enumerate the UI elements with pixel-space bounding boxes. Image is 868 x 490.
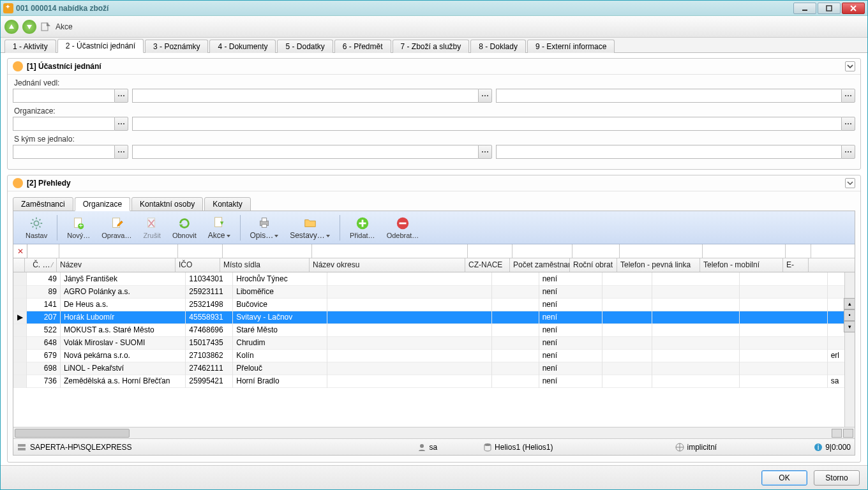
col-ico[interactable]: IČO	[176, 258, 220, 272]
actions-doc-icon	[212, 216, 226, 230]
subtab-zamestnanci[interactable]: Zaměstnanci	[13, 197, 73, 211]
tab-doklady[interactable]: 8 - Doklady	[470, 40, 526, 53]
panel2-icon	[13, 178, 23, 188]
side-nav-mid[interactable]: •	[844, 309, 855, 321]
btn-oprava[interactable]: Oprava…	[98, 214, 135, 241]
btn-novy[interactable]: + Nový…	[64, 214, 93, 241]
col-pocet-zamestnancu[interactable]: Počet zaměstnanců	[510, 258, 570, 272]
col-misto-sidla[interactable]: Místo sídla	[220, 258, 310, 272]
btn-nastav[interactable]: Nastav	[22, 214, 50, 241]
table-row[interactable]: 736Zemědělská a.s. Horní Břečťan25995421…	[13, 375, 855, 387]
col-email[interactable]: E-	[783, 258, 809, 272]
btn-odebrat[interactable]: Odebrat…	[384, 214, 423, 241]
hscroll-left[interactable]	[832, 429, 842, 438]
skym-code-picker[interactable]: ⋯	[114, 145, 128, 159]
table-row[interactable]: 141De Heus a.s.25321498Bučovicenení	[13, 298, 855, 311]
col-cislo[interactable]: Č. …	[25, 258, 57, 272]
status-server: SAPERTA-HP\SQLEXPRESS	[30, 443, 132, 452]
dialog-button-bar: OK Storno	[1, 465, 867, 489]
prev-record-button[interactable]	[4, 20, 19, 34]
table-row[interactable]: 49Jányš František11034301Hrochův Týnecne…	[13, 272, 855, 285]
hscroll-thumb[interactable]	[15, 429, 130, 438]
minimize-button[interactable]	[793, 3, 816, 14]
jednani-vedl-extra-input[interactable]	[496, 89, 842, 103]
col-nazev-okresu[interactable]: Název okresu	[310, 258, 465, 272]
jednani-vedl-code-input[interactable]	[13, 89, 114, 103]
printer-icon	[257, 216, 271, 230]
col-cz-nace[interactable]: CZ-NACE	[465, 258, 510, 272]
status-user: sa	[429, 443, 437, 452]
tab-zbozi-a-sluzby[interactable]: 7 - Zboží a služby	[393, 40, 470, 53]
organizace-name-input[interactable]	[132, 117, 841, 131]
panel-ucastnici-jednani: [1] Účastníci jednání Jednání vedl: ⋯ ⋯ …	[7, 58, 861, 170]
table-row[interactable]: 522MOKUST a.s. Staré Město47468696Staré …	[13, 323, 855, 336]
skym-extra-input[interactable]	[496, 145, 842, 159]
hscroll-right[interactable]	[843, 429, 853, 438]
jednani-vedl-extra-picker[interactable]: ⋯	[841, 89, 855, 103]
btn-akce[interactable]: Akce	[205, 214, 234, 242]
main-tabstrip: 1 - Aktivity 2 - Účastníci jednání 3 - P…	[1, 38, 867, 53]
table-row[interactable]: 89AGRO Polánky a.s.25923111Liboměřicenen…	[13, 285, 855, 298]
tab-externi-informace[interactable]: 9 - Externí informace	[527, 40, 615, 53]
skym-extra-picker[interactable]: ⋯	[841, 145, 855, 159]
svg-point-28	[420, 444, 424, 448]
skym-name-picker[interactable]: ⋯	[478, 145, 492, 159]
label-s-kym-se-jednalo: S kým se jednalo:	[14, 135, 855, 144]
grid-body[interactable]: 49Jányš František11034301Hrochův Týnecne…	[13, 272, 855, 427]
clear-filter-button[interactable]: ✕	[13, 244, 27, 258]
skym-code-input[interactable]	[13, 145, 114, 159]
btn-pridat[interactable]: Přidat…	[347, 214, 378, 241]
side-nav-up[interactable]: ▴	[844, 298, 855, 309]
table-row[interactable]: ▶207Horák Lubomír45558931Svitavy - Lačno…	[13, 311, 855, 323]
side-nav-down[interactable]: ▾	[844, 321, 855, 332]
subtab-organizace[interactable]: Organizace	[75, 197, 130, 211]
next-record-button[interactable]	[22, 20, 36, 34]
table-row[interactable]: 648Volák Miroslav - SUOMI15017435Chrudim…	[13, 336, 855, 349]
btn-obnovit[interactable]: Obnovit	[169, 214, 200, 241]
status-db: Helios1 (Helios1)	[495, 443, 553, 452]
tab-predmet[interactable]: 6 - Předmět	[334, 40, 391, 53]
close-button[interactable]	[842, 3, 865, 14]
svg-rect-1	[827, 6, 832, 11]
col-nazev[interactable]: Název	[57, 258, 176, 272]
table-row[interactable]: 698LiNOL - Pekařství27462111Přeloučnení	[13, 362, 855, 375]
svg-point-29	[484, 443, 491, 446]
btn-opis[interactable]: Opis…	[247, 214, 282, 242]
tab-aktivity[interactable]: 1 - Aktivity	[4, 40, 56, 53]
jednani-vedl-name-picker[interactable]: ⋯	[478, 89, 492, 103]
grid-container: Nastav + Nový… Oprava…	[13, 211, 855, 456]
svg-text:+: +	[79, 221, 83, 229]
panel1-collapse-button[interactable]	[845, 61, 855, 71]
actions-label[interactable]: Akce	[56, 22, 73, 31]
svg-text:i: i	[818, 443, 819, 452]
col-rocni-obrat[interactable]: Roční obrat	[570, 258, 617, 272]
database-icon	[483, 443, 492, 452]
tab-poznamky[interactable]: 3 - Poznámky	[145, 40, 208, 53]
ok-button[interactable]: OK	[761, 470, 807, 486]
col-telefon-mobil[interactable]: Telefon - mobilní	[700, 258, 783, 272]
tab-ucastnici-jednani[interactable]: 2 - Účastníci jednání	[57, 39, 144, 53]
svg-marker-5	[27, 25, 32, 29]
subtab-kontaktni-osoby[interactable]: Kontaktní osoby	[131, 197, 203, 211]
organizace-name-picker[interactable]: ⋯	[841, 117, 855, 131]
skym-name-input[interactable]	[132, 145, 478, 159]
organizace-code-input[interactable]	[13, 117, 114, 131]
tab-dokumenty[interactable]: 4 - Dokumenty	[209, 40, 276, 53]
edit-doc-icon	[110, 216, 124, 230]
delete-doc-icon	[145, 216, 159, 230]
btn-zrusit[interactable]: Zrušit	[140, 214, 164, 241]
jednani-vedl-name-input[interactable]	[132, 89, 478, 103]
storno-button[interactable]: Storno	[814, 470, 860, 486]
tab-dodatky[interactable]: 5 - Dodatky	[277, 40, 333, 53]
svg-rect-19	[262, 218, 266, 221]
jednani-vedl-code-picker[interactable]: ⋯	[114, 89, 128, 103]
grid-hscrollbar[interactable]	[13, 427, 855, 438]
panel2-collapse-button[interactable]	[845, 178, 855, 188]
table-row[interactable]: 679Nová pekárna s.r.o.27103862Kolínneníe…	[13, 349, 855, 362]
subtab-kontakty[interactable]: Kontakty	[204, 197, 251, 211]
btn-sestavy[interactable]: Sestavy…	[287, 214, 333, 242]
col-telefon-pevna[interactable]: Telefon - pevná linka	[617, 258, 700, 272]
svg-rect-20	[262, 224, 266, 227]
maximize-button[interactable]	[818, 3, 841, 14]
organizace-code-picker[interactable]: ⋯	[114, 117, 128, 131]
